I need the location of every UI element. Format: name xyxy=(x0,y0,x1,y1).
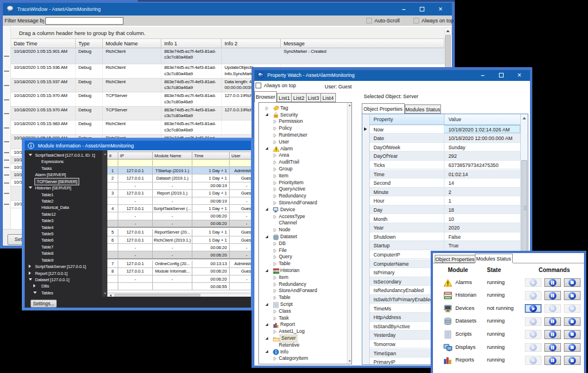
property-row-day[interactable]: Day18 xyxy=(370,205,520,215)
group-by-panel[interactable]: Drag a column header here to group by th… xyxy=(11,27,444,38)
module-row[interactable]: --00:06:19- xyxy=(107,197,251,205)
property-row-month[interactable]: Month10 xyxy=(370,215,520,224)
module-row[interactable]: 6127.0.0.1RichClient (2019.1.)1 Day + 1G… xyxy=(107,236,251,244)
module-horizontal-scrollbar[interactable] xyxy=(107,293,251,297)
module-row[interactable]: 1127.0.0.1TStartup (2019.1.)1 Day + 1Adm… xyxy=(107,167,251,174)
maximize-button[interactable] xyxy=(492,72,510,78)
module-row[interactable]: 5127.0.0.1ReportServer (20...1 Day + 1Gu… xyxy=(107,229,251,236)
module-tree-scrollbar[interactable] xyxy=(102,150,107,297)
tab-browser[interactable]: Browser xyxy=(254,91,277,102)
module-row[interactable]: 7127.0.0.1OnlineConfig (20...00:13:13Adm… xyxy=(107,261,251,268)
column-header-date-time[interactable]: Date Time xyxy=(11,39,76,48)
pause-button[interactable] xyxy=(544,343,561,352)
chevron-collapsed-icon[interactable] xyxy=(273,255,277,259)
tree-item-table[interactable]: Table xyxy=(259,261,351,267)
module-column-header-modulename[interactable]: Module Name xyxy=(153,152,192,159)
tree-item-priorityitem[interactable]: PriorityItem xyxy=(259,180,351,187)
tree-item-group[interactable]: Group xyxy=(259,166,351,173)
module-settings-button[interactable]: Settings... xyxy=(30,300,57,308)
tree-item-channel[interactable]: Channel xyxy=(259,220,351,227)
chevron-collapsed-icon[interactable] xyxy=(273,167,277,172)
pw-always-on-top-checkbox[interactable]: Always on top xyxy=(256,83,296,88)
pause-button[interactable] xyxy=(544,278,561,287)
tree-item-db[interactable]: DB xyxy=(259,240,351,247)
chevron-collapsed-icon[interactable] xyxy=(273,356,277,361)
scroll-up-button[interactable] xyxy=(347,103,351,108)
tree-item-user[interactable]: User xyxy=(259,139,351,146)
close-icon[interactable]: × xyxy=(431,6,450,12)
chevron-expanded-icon[interactable] xyxy=(33,292,37,294)
stop-button[interactable] xyxy=(564,343,581,352)
stop-button[interactable] xyxy=(564,356,581,365)
module-row[interactable]: 2127.0.0.1Dataset (2019.1.)1 Day + 1Gues… xyxy=(107,174,251,182)
column-header-type[interactable]: Type xyxy=(76,39,103,48)
trace-titlebar[interactable]: TraceWindow - AssetAlarmMonitoring – × xyxy=(3,3,452,15)
column-header-message[interactable]: Message xyxy=(281,39,444,48)
tree-item-runtimeuser[interactable]: RuntimeUser xyxy=(259,132,351,139)
auto-scroll-checkbox[interactable]: Auto-Scroll xyxy=(366,18,400,24)
tree-item-alarm[interactable]: Alarm xyxy=(259,146,351,153)
chevron-collapsed-icon[interactable] xyxy=(273,316,277,321)
tree-item-class[interactable]: Class xyxy=(259,308,351,315)
chevron-expanded-icon[interactable] xyxy=(265,113,268,116)
module-filter-cell[interactable] xyxy=(118,160,153,166)
stop-button[interactable] xyxy=(564,278,581,287)
chevron-collapsed-icon[interactable] xyxy=(273,201,277,205)
tree-item-security[interactable]: Security xyxy=(259,112,351,119)
tree-item-query[interactable]: Query xyxy=(259,254,351,261)
tab-object-properties[interactable]: Object Properties xyxy=(362,103,405,114)
play-button[interactable] xyxy=(525,304,541,313)
property-row-second[interactable]: Second14 xyxy=(370,178,520,188)
module-row[interactable]: --00:06:20- xyxy=(107,212,251,220)
module-column-header-user[interactable]: User xyxy=(230,152,251,159)
tree-item-area[interactable]: Area xyxy=(259,152,351,159)
scroll-up-button[interactable] xyxy=(521,115,528,122)
tab-modules-status[interactable]: Modules Status xyxy=(475,254,513,263)
chevron-expanded-icon[interactable] xyxy=(265,235,268,238)
chevron-collapsed-icon[interactable] xyxy=(273,119,277,124)
tree-item-device[interactable]: Device xyxy=(259,207,351,213)
tree-item-asset1_log[interactable]: Asset1_Log xyxy=(259,328,351,335)
chevron-collapsed-icon[interactable] xyxy=(273,160,277,165)
property-row-dayofyear[interactable]: DayOfYear292 xyxy=(370,151,520,161)
chevron-expanded-icon[interactable] xyxy=(29,154,32,156)
chevron-collapsed-icon[interactable] xyxy=(265,106,269,111)
chevron-collapsed-icon[interactable] xyxy=(273,133,277,138)
module-row[interactable]: 4127.0.0.1ScriptTaskServer (...1 Day + 1… xyxy=(107,205,251,212)
scroll-down-button[interactable] xyxy=(347,359,351,364)
scroll-down-button[interactable] xyxy=(102,291,107,296)
tree-item-storeandforward[interactable]: StoreAndForward xyxy=(259,287,351,294)
tree-item-accesstype[interactable]: AccessType xyxy=(259,213,351,220)
tree-item-queryactive[interactable]: QueryActive xyxy=(259,186,351,193)
chevron-collapsed-icon[interactable] xyxy=(273,194,277,199)
pw-tree-scrollbar[interactable] xyxy=(347,103,351,364)
tree-item-permission[interactable]: Permission xyxy=(259,118,351,125)
tree-item-item[interactable]: Item xyxy=(259,173,351,180)
chevron-expanded-icon[interactable] xyxy=(265,147,268,150)
property-row-hour[interactable]: Hour1 xyxy=(370,196,520,205)
tree-item-tag[interactable]: Tag xyxy=(259,105,351,112)
module-row[interactable]: 8127.0.0.1Module Informati...00:06:20Gue… xyxy=(107,268,251,275)
chevron-expanded-icon[interactable] xyxy=(265,337,268,340)
module-row[interactable]: --00:06:20- xyxy=(107,244,251,251)
tree-item-item[interactable]: Item xyxy=(259,274,351,281)
chevron-collapsed-icon[interactable] xyxy=(33,284,36,287)
column-header-property[interactable]: Property xyxy=(370,114,445,125)
module-filter-cell[interactable] xyxy=(230,160,251,166)
chevron-collapsed-icon[interactable] xyxy=(29,265,31,268)
stop-button[interactable] xyxy=(564,317,581,327)
property-row-shutdown[interactable]: ShutdownFalse xyxy=(370,232,520,242)
module-column-header-ip[interactable]: IP xyxy=(118,152,153,159)
chevron-collapsed-icon[interactable] xyxy=(273,153,277,158)
property-watch-titlebar[interactable]: Property Watch - AssetAlarmMonitoring – … xyxy=(254,70,530,81)
property-row-date[interactable]: Date10/18/2020 12:00:00.000 AM xyxy=(370,134,520,143)
chevron-expanded-icon[interactable] xyxy=(265,208,268,211)
tree-item-server[interactable]: Server xyxy=(259,335,351,342)
chevron-collapsed-icon[interactable] xyxy=(273,275,277,280)
module-table-filter-row[interactable] xyxy=(107,160,251,168)
trace-log-row[interactable]: 10/18/2020 1:05:15.901 AMDebugRichClient… xyxy=(11,48,444,65)
chevron-collapsed-icon[interactable] xyxy=(273,289,277,293)
tree-item-dataset[interactable]: Dataset xyxy=(259,234,351,240)
module-row[interactable]: 00:06:55 xyxy=(107,283,251,290)
tree-item-node[interactable]: Node xyxy=(259,227,351,234)
